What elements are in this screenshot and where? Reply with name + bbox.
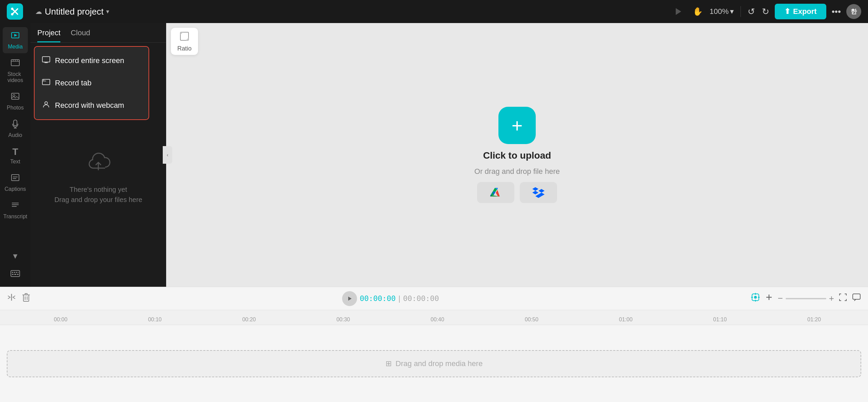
ruler-mark-3: 00:30: [296, 317, 390, 323]
sidebar-item-more[interactable]: ▼: [3, 248, 28, 264]
ratio-label: Ratio: [177, 45, 192, 52]
cloud-sync-icon: ☁: [35, 7, 42, 16]
panel-tabs: Project Cloud: [31, 23, 166, 43]
dropbox-button[interactable]: [520, 182, 557, 203]
upload-subtitle: Or drag and drop file here: [474, 167, 560, 176]
sidebar-item-stock-videos[interactable]: Stockvideos: [3, 55, 28, 87]
sidebar-item-photos[interactable]: Photos: [3, 88, 28, 114]
photos-icon: [11, 92, 20, 103]
svg-rect-20: [12, 272, 13, 273]
timeline-tracks: ⊞ Drag and drop media here: [0, 325, 868, 402]
google-drive-button[interactable]: [477, 182, 514, 203]
tab-icon: [42, 78, 50, 88]
svg-point-10: [13, 95, 15, 97]
ruler-mark-7: 01:10: [673, 317, 767, 323]
project-section: ☁ Untitled project ▾: [28, 6, 666, 17]
record-entire-screen-label: Record entire screen: [55, 56, 124, 65]
topbar-right: ⬆ Export ••• 한: [775, 4, 861, 19]
timeline-fit-button[interactable]: [764, 293, 774, 304]
redo-button[interactable]: ↻: [762, 6, 769, 17]
sidebar-item-media[interactable]: Media: [3, 27, 28, 53]
audio-icon: [11, 119, 20, 131]
screen-icon: [42, 56, 50, 66]
record-entire-screen-option[interactable]: Record entire screen: [35, 49, 149, 72]
ruler-mark-6: 01:00: [579, 317, 673, 323]
svg-rect-30: [42, 57, 50, 62]
svg-rect-23: [18, 272, 19, 273]
more-options-button[interactable]: •••: [832, 6, 841, 17]
svg-rect-22: [16, 272, 17, 273]
upload-zone: + Click to upload Or drag and drop file …: [474, 107, 560, 203]
record-webcam-option[interactable]: Record with webcam: [35, 94, 149, 117]
canvas-area: Ratio + Click to upload Or drag and drop…: [166, 23, 868, 287]
ruler-mark-0: 00:00: [14, 317, 108, 323]
zoom-in-button[interactable]: +: [829, 293, 834, 304]
svg-point-1: [11, 13, 14, 16]
svg-rect-49: [853, 294, 860, 299]
record-webcam-label: Record with webcam: [55, 101, 124, 110]
timeline-right-controls: − +: [751, 293, 861, 304]
zoom-controls: − +: [778, 293, 834, 304]
undo-button[interactable]: ↺: [748, 6, 755, 17]
svg-rect-26: [17, 274, 19, 275]
title-chevron-icon[interactable]: ▾: [106, 8, 109, 15]
media-panel: Project Cloud Upload: [31, 23, 166, 287]
record-dropdown-menu: Record entire screen Record tab: [34, 46, 149, 120]
timeline-expand-button[interactable]: [838, 293, 848, 304]
icon-sidebar: Media Stockvideos: [0, 23, 31, 287]
timeline-time: 00:00:00 | 00:00:00: [342, 291, 439, 306]
ratio-icon: [179, 31, 190, 44]
ruler-mark-8: 01:20: [767, 317, 861, 323]
sidebar-item-transcript[interactable]: Transcript: [3, 197, 28, 223]
timeline-delete-button[interactable]: [22, 293, 31, 304]
avatar[interactable]: 한: [846, 4, 861, 19]
timeline-toolbar: 00:00:00 | 00:00:00 −: [0, 287, 868, 310]
main-layout: Media Stockvideos: [0, 23, 868, 287]
timeline-comment-button[interactable]: [852, 293, 861, 304]
divider: [741, 6, 741, 17]
canvas-upload-button[interactable]: +: [498, 107, 536, 144]
preview-play-button[interactable]: [671, 4, 686, 19]
svg-rect-13: [12, 175, 19, 181]
svg-rect-19: [11, 270, 20, 277]
zoom-level[interactable]: 100% ▾: [710, 7, 734, 16]
svg-marker-34: [532, 187, 538, 194]
svg-line-39: [8, 297, 10, 299]
svg-rect-9: [12, 93, 19, 99]
timeline-area: 00:00:00 | 00:00:00 −: [0, 287, 868, 402]
sidebar-item-audio[interactable]: Audio: [3, 116, 28, 142]
topbar: ☁ Untitled project ▾ ✋ 100% ▾ ↺ ↻ ⬆ Expo…: [0, 0, 868, 23]
zoom-out-button[interactable]: −: [778, 293, 783, 304]
sidebar-item-keyboard[interactable]: [3, 265, 28, 283]
record-tab-label: Record tab: [55, 79, 92, 87]
sidebar-item-photos-label: Photos: [7, 105, 24, 111]
timeline-play-button[interactable]: [342, 291, 357, 306]
ruler-mark-4: 00:40: [390, 317, 485, 323]
timecode-separator: |: [398, 294, 400, 303]
sidebar-item-text[interactable]: T Text: [3, 143, 28, 168]
ruler-mark-1: 00:10: [108, 317, 202, 323]
hand-tool-button[interactable]: ✋: [693, 7, 703, 16]
svg-marker-2: [676, 8, 681, 15]
panel-empty-text: There's nothing yet Drag and drop your f…: [54, 184, 142, 205]
sidebar-item-captions[interactable]: Captions: [3, 169, 28, 196]
sidebar-item-audio-label: Audio: [8, 132, 22, 138]
stock-videos-icon: [11, 58, 20, 70]
current-timecode: 00:00:00: [360, 294, 396, 303]
empty-cloud-icon: [85, 150, 112, 179]
ai-assistant-button[interactable]: [751, 293, 760, 304]
panel-collapse-handle[interactable]: ‹: [163, 146, 172, 164]
text-icon: T: [12, 146, 18, 157]
zoom-slider[interactable]: [786, 298, 826, 299]
svg-point-46: [754, 296, 757, 299]
sidebar-item-transcript-label: Transcript: [3, 214, 27, 220]
record-tab-option[interactable]: Record tab: [35, 72, 149, 94]
timeline-split-button[interactable]: [7, 293, 16, 304]
svg-point-32: [45, 102, 47, 104]
ratio-button[interactable]: Ratio: [171, 28, 198, 55]
tab-cloud[interactable]: Cloud: [71, 28, 90, 42]
media-drop-zone[interactable]: ⊞ Drag and drop media here: [7, 350, 861, 377]
tab-project[interactable]: Project: [37, 28, 60, 42]
chevron-down-icon: ▼: [12, 252, 19, 261]
export-button[interactable]: ⬆ Export: [775, 4, 826, 19]
